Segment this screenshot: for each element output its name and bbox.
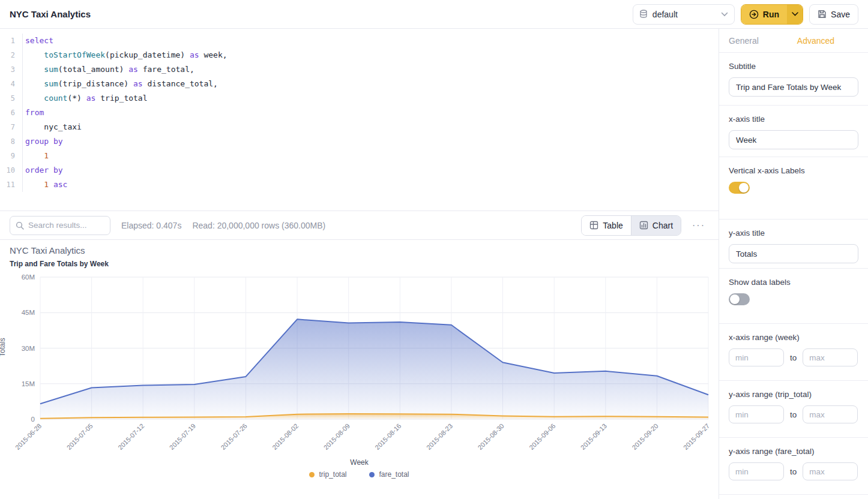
xaxis-title-section: x-axis title [719, 106, 868, 157]
sql-editor[interactable]: 1select2 toStartOfWeek(pickup_datetime) … [0, 29, 719, 211]
tab-advanced[interactable]: Advanced [797, 36, 834, 46]
legend-dot [369, 472, 375, 477]
yaxis-title-input[interactable] [729, 244, 858, 263]
svg-text:45M: 45M [22, 309, 35, 316]
yaxis-range-fare-section: y-axis range (fare_total) to [719, 438, 868, 495]
line-number: 11 [0, 178, 23, 192]
code-line: 3 sum(total_amount) as fare_total, [0, 62, 719, 77]
save-button[interactable]: Save [809, 4, 858, 25]
code-text: 1 asc [23, 178, 67, 192]
chart-view-label: Chart [653, 221, 673, 230]
code-line: 7 nyc_taxi [0, 120, 719, 134]
bar-chart-icon [639, 221, 648, 230]
view-controls: Table Chart ··· [581, 215, 709, 236]
x-axis-title: Week [0, 458, 719, 467]
svg-text:60M: 60M [22, 273, 35, 281]
code-text: sum(trip_distance) as distance_total, [23, 77, 218, 91]
line-number: 6 [0, 106, 23, 120]
tab-general[interactable]: General [729, 36, 759, 46]
search-results-input[interactable] [28, 221, 97, 230]
line-number: 5 [0, 91, 23, 106]
code-text: select [23, 34, 53, 48]
line-number: 7 [0, 120, 23, 134]
toggle-knob [730, 294, 740, 304]
toggle-knob [739, 183, 749, 193]
svg-text:2015-09-27: 2015-09-27 [682, 422, 711, 451]
vertical-labels-section: Vertical x-axis Labels [719, 157, 868, 220]
run-button[interactable]: Run [741, 5, 787, 24]
yaxis-range-trip-max-input[interactable] [803, 405, 858, 423]
xaxis-range-label: x-axis range (week) [729, 333, 858, 342]
run-button-group: Run [741, 4, 803, 25]
code-text: toStartOfWeek(pickup_datetime) as week, [23, 48, 228, 62]
range-to-label: to [790, 353, 797, 362]
code-line: 11 1 asc [0, 178, 719, 192]
yaxis-range-trip-min-input[interactable] [729, 405, 784, 423]
svg-text:30M: 30M [22, 345, 35, 352]
legend-label: fare_total [379, 470, 409, 479]
data-labels-label: Show data labels [729, 278, 858, 287]
code-line: 5 count(*) as trip_total [0, 91, 719, 106]
search-results-box[interactable] [10, 216, 110, 235]
rows-read: Read: 20,000,000 rows (360.00MB) [192, 221, 325, 230]
chart-section: 015M30M45M60M2015-06-282015-07-052015-07… [0, 240, 719, 499]
chart-title: NYC Taxi Analytics [10, 245, 85, 255]
code-line: 10order by [0, 163, 719, 178]
code-line: 6from [0, 106, 719, 120]
table-view-label: Table [603, 221, 622, 230]
svg-text:2015-07-05: 2015-07-05 [65, 422, 94, 451]
svg-text:2015-07-26: 2015-07-26 [219, 422, 248, 451]
more-options-button[interactable]: ··· [689, 218, 709, 233]
svg-text:2015-08-23: 2015-08-23 [425, 422, 454, 451]
line-number: 10 [0, 163, 23, 178]
data-labels-toggle[interactable] [729, 293, 750, 305]
vertical-labels-toggle[interactable] [729, 182, 750, 194]
svg-text:2015-08-02: 2015-08-02 [271, 422, 300, 451]
line-number: 2 [0, 48, 23, 62]
svg-text:2015-09-20: 2015-09-20 [630, 422, 659, 451]
xaxis-title-input[interactable] [729, 130, 858, 149]
results-toolbar: Elapsed: 0.407s Read: 20,000,000 rows (3… [0, 211, 719, 240]
code-text: group by [23, 134, 63, 149]
data-labels-section: Show data labels [719, 269, 868, 324]
code-text: nyc_taxi [23, 120, 82, 134]
code-line: 2 toStartOfWeek(pickup_datetime) as week… [0, 48, 719, 62]
svg-text:2015-07-12: 2015-07-12 [116, 422, 145, 451]
xaxis-title-label: x-axis title [729, 115, 858, 124]
code-text: from [23, 106, 44, 120]
legend-item-fare_total[interactable]: fare_total [369, 470, 409, 479]
svg-text:2015-08-16: 2015-08-16 [373, 422, 402, 451]
svg-text:15M: 15M [22, 380, 35, 387]
range-to-label: to [790, 467, 797, 476]
subtitle-section: Subtitle [719, 53, 868, 106]
code-text: count(*) as trip_total [23, 91, 148, 106]
run-options-button[interactable] [787, 5, 803, 24]
xaxis-range-max-input[interactable] [803, 348, 858, 366]
line-number: 3 [0, 62, 23, 77]
svg-text:2015-07-19: 2015-07-19 [168, 422, 197, 451]
legend-dot [309, 472, 315, 477]
app-header: NYC Taxi Analytics default Run [0, 0, 868, 29]
yaxis-range-fare-min-input[interactable] [729, 462, 784, 480]
database-icon [639, 10, 648, 19]
database-select-value: default [653, 10, 716, 19]
subtitle-input[interactable] [729, 77, 858, 97]
svg-text:2015-08-30: 2015-08-30 [476, 422, 505, 451]
range-to-label: to [790, 410, 797, 419]
view-toggle: Table Chart [581, 215, 681, 236]
code-text: sum(total_amount) as fare_total, [23, 62, 194, 77]
chart-subtitle: Trip and Fare Totals by Week [10, 260, 109, 268]
yaxis-range-fare-max-input[interactable] [803, 462, 858, 480]
settings-tabs: General Advanced ✕ [719, 29, 868, 53]
table-view-button[interactable]: Table [582, 216, 630, 235]
xaxis-range-min-input[interactable] [729, 348, 784, 366]
chart-view-button[interactable]: Chart [631, 216, 681, 235]
legend-item-trip_total[interactable]: trip_total [309, 470, 346, 479]
database-select[interactable]: default [633, 4, 735, 25]
svg-text:0: 0 [31, 416, 35, 423]
svg-text:2015-06-28: 2015-06-28 [14, 422, 43, 451]
sql-editor-lines: 1select2 toStartOfWeek(pickup_datetime) … [0, 34, 719, 192]
elapsed-time: Elapsed: 0.407s [121, 221, 181, 230]
yaxis-range-fare-label: y-axis range (fare_total) [729, 447, 858, 456]
chart-settings-panel: General Advanced ✕ Subtitle x-axis title… [719, 29, 868, 499]
